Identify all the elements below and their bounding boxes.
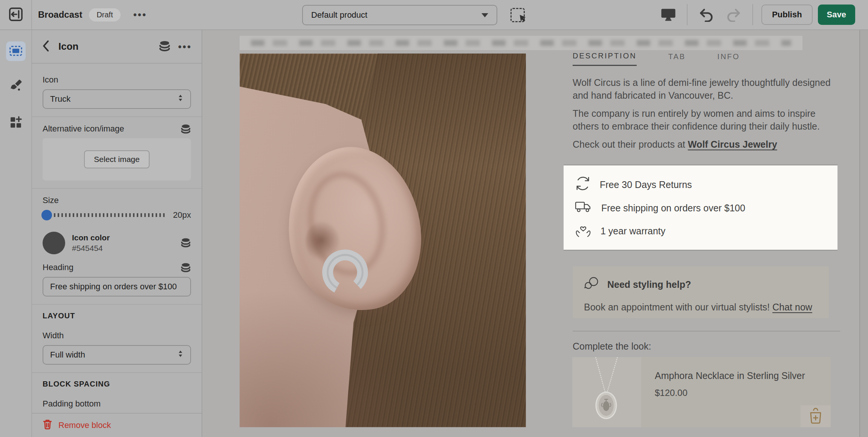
benefit-row: 1 year warranty [575,222,837,240]
apps-icon [9,116,23,130]
stack-icon [159,40,171,53]
back-button[interactable] [42,40,49,53]
remove-block-button[interactable]: Remove block [43,419,111,432]
tab-tab[interactable]: TAB [668,52,686,66]
panel-header: Icon ••• [32,30,202,64]
related-product-card[interactable]: Amphora Necklace in Sterling Silver $120… [572,357,831,427]
icon-color-hex: #545454 [72,244,110,253]
exit-icon [8,6,24,24]
theme-options-menu-button[interactable]: ••• [131,11,149,19]
theme-name: Broadcast [38,9,82,20]
updown-chevrons-icon [177,349,183,361]
chat-bubbles-icon [584,276,600,293]
tab-description[interactable]: DESCRIPTION [573,52,637,66]
stack-icon [180,263,191,274]
panel-footer: Remove block [32,413,202,437]
chevron-left-icon [42,40,49,53]
dynamic-source-header-button[interactable] [159,40,171,53]
divider [752,4,753,25]
necklace-thumbnail [572,357,641,427]
paintbrush-icon [9,79,23,93]
select-image-button[interactable]: Select image [84,150,149,168]
alt-image-label: Alternative icon/image [43,124,124,134]
undo-button[interactable] [696,5,717,25]
wolf-circus-link[interactable]: Wolf Circus Jewelry [688,139,777,150]
icon-color-label: Icon color [72,233,110,242]
warranty-hands-heart-icon [575,222,591,240]
benefit-text: Free shipping on orders over $100 [601,203,745,214]
block-options-menu-button[interactable]: ••• [178,45,192,49]
product-photo [240,53,526,427]
width-select-value: Full width [50,350,85,360]
undo-icon [698,7,715,23]
template-selector-dropdown[interactable]: Default product [302,5,497,25]
padding-bottom-label: Padding bottom [43,399,191,409]
topbar: Broadcast Draft ••• Default product [0,0,868,30]
product-description: Wolf Circus is a line of demi-fine jewel… [573,76,840,156]
rail-apps-tab[interactable] [6,113,26,133]
exit-zone [0,0,32,29]
benefit-text: Free 30 Days Returns [600,179,692,190]
sections-icon [9,46,22,57]
theme-preview: DESCRIPTION TAB INFO Wolf Circus is a li… [202,30,868,437]
panel-scroll-area[interactable]: Icon Truck Alternative icon/image Select… [32,64,202,413]
selected-icons-section[interactable]: Free 30 Days Returns Free shipping on or… [564,165,837,251]
width-select[interactable]: Full width [43,345,191,365]
earring-graphic [317,244,373,302]
photo-shadow [240,289,411,427]
status-badge: Draft [89,8,120,21]
styling-help-body: Book an appointment with our virtual sty… [584,302,818,313]
panel-title: Icon [58,41,78,52]
ellipsis-icon: ••• [178,45,192,49]
dynamic-source-heading-button[interactable] [180,263,191,274]
divider [32,304,202,305]
styling-help-text: Book an appointment with our virtual sty… [584,302,772,312]
ellipsis-icon: ••• [133,13,147,17]
benefit-text: 1 year warranty [601,226,665,237]
icon-select-value: Truck [50,94,70,104]
divider [687,4,688,25]
tab-info[interactable]: INFO [717,52,740,66]
description-paragraph: The company is run entirely by women and… [573,107,840,133]
dynamic-source-color-button[interactable] [180,238,191,249]
rail-sections-tab[interactable] [6,41,26,61]
stack-icon [180,124,191,135]
device-preview-button[interactable] [658,5,679,24]
related-product-price: $120.00 [655,388,813,398]
topbar-center: Default product [302,5,526,25]
save-button[interactable]: Save [818,5,855,25]
styling-help-banner: Need styling help? Book an appointment w… [573,266,829,318]
truck-icon [575,200,592,216]
redo-icon [725,7,742,23]
dynamic-source-image-button[interactable] [180,124,191,135]
section-picker-button[interactable] [510,7,526,23]
chevron-down-icon [481,13,488,17]
editor-rail [0,30,32,437]
image-dropzone[interactable]: Select image [43,138,191,180]
size-slider-thumb[interactable] [41,210,52,220]
size-field-label: Size [43,196,191,205]
template-selector-value: Default product [311,10,367,20]
add-to-bag-button[interactable] [801,405,831,427]
heading-input[interactable] [43,277,191,296]
preview-right-gutter[interactable] [859,30,868,437]
topbar-right: Publish Save [658,4,868,25]
chat-now-link[interactable]: Chat now [772,302,812,312]
styling-help-heading: Need styling help? [607,279,691,290]
updown-chevrons-icon [177,93,183,105]
size-slider[interactable] [43,213,167,217]
icon-color-setting[interactable]: Icon color #545454 [43,232,191,254]
icon-select[interactable]: Truck [43,89,191,109]
width-field-label: Width [43,331,191,341]
color-swatch[interactable] [43,232,65,254]
publish-button[interactable]: Publish [761,5,812,25]
product-tabs: DESCRIPTION TAB INFO [573,52,740,66]
exit-editor-button[interactable] [5,4,26,26]
description-paragraph: Wolf Circus is a line of demi-fine jewel… [573,76,840,102]
scrolled-content-edge [240,36,802,50]
redo-button[interactable] [723,5,744,25]
block-settings-panel: Icon ••• Icon Truck Alte [32,30,202,437]
divider [32,188,202,189]
icon-field-label: Icon [43,75,191,85]
rail-theme-settings-tab[interactable] [6,76,26,96]
